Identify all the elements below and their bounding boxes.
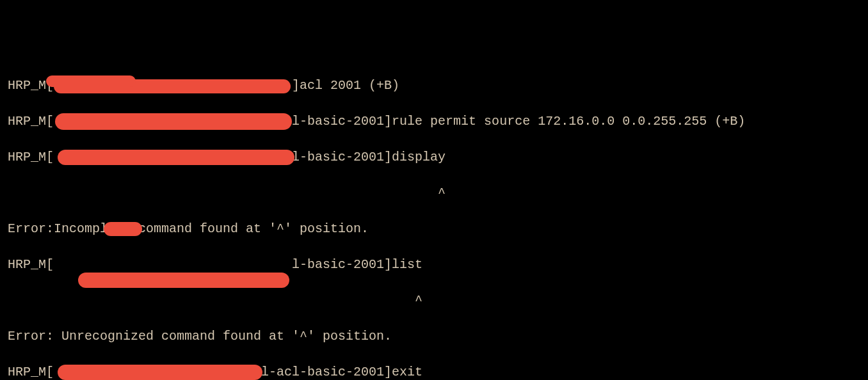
terminal-line: HRP_M[ l-basic-2001]list (8, 256, 860, 274)
cli-error: Error: Unrecognized command found at '^'… (8, 329, 392, 344)
terminal-line: HRP_M[ l-acl-basic-2001]exit (8, 363, 860, 380)
cli-caret: ^ (8, 186, 446, 200)
cli-error: Error:Incomplete command found at '^' po… (8, 221, 369, 236)
redaction-mark (46, 75, 136, 87)
redaction-mark (58, 365, 262, 380)
cli-text: HRP_M[ l-basic-2001]list (8, 257, 422, 272)
terminal-line: ^ (8, 184, 860, 202)
terminal-line: Error:Incomplete command found at '^' po… (8, 220, 860, 238)
terminal-line: HRP_M[ ]acl 2001 (+B) (8, 77, 860, 95)
redaction-mark (58, 150, 294, 165)
terminal-line: Error: Unrecognized command found at '^'… (8, 328, 860, 345)
terminal-line: ^ (8, 292, 860, 310)
terminal-line: HRP_M[ l-basic-2001]display (8, 148, 860, 166)
redaction-mark (55, 113, 292, 130)
terminal-line: HRP_M[ l-basic-2001]rule permit source 1… (8, 113, 860, 131)
redaction-mark (104, 222, 142, 236)
cli-caret: ^ (8, 293, 422, 308)
redaction-mark (78, 273, 289, 288)
